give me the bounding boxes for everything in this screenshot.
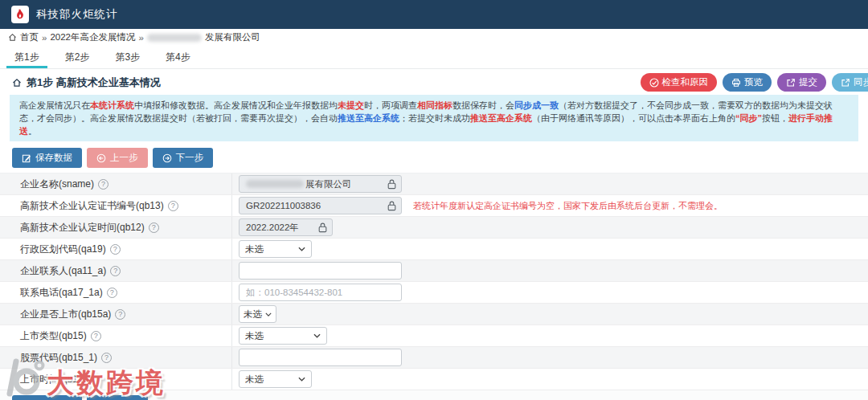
tab-step-1[interactable]: 第1步 [13, 46, 41, 68]
page-title: 第1步 高新技术企业基本情况 [12, 76, 161, 90]
help-icon[interactable]: ? [91, 331, 101, 341]
form-row-contact: 企业联系人(qa11_a) ? [0, 260, 868, 282]
form-row-is-listed: 企业是否上市(qb15a) ? 未选 [0, 304, 868, 325]
field-label: 高新技术企业认定时间(qb12) [20, 221, 145, 235]
sync-notice: 高企发展情况只在本统计系统中填报和修改数据。高企发展情况和企业年报数据均未提交时… [10, 95, 858, 141]
help-icon[interactable]: ? [149, 222, 159, 233]
top-toolbar: 保存数据 上一步 下一步 [0, 141, 868, 173]
chevron-down-icon [298, 377, 305, 382]
breadcrumb-survey[interactable]: 2022年高企发展情况 [50, 31, 135, 43]
listing-type-select[interactable]: 未选 [239, 327, 327, 345]
breadcrumb-separator: » [42, 33, 47, 43]
arrow-left-circle-icon [96, 153, 106, 163]
contact-person-input[interactable] [239, 262, 402, 280]
field-label: 股票代码(qb15_1) [20, 351, 97, 365]
form-row-region-code: 行政区划代码(qa19) ? 未选 [0, 239, 868, 260]
breadcrumb-home[interactable]: 首页 [20, 31, 39, 43]
form-row-phone: 联系电话(qa17_1a) ? [0, 282, 868, 304]
field-label: 高新技术企业认定证书编号(qb13) [20, 199, 164, 213]
printer-icon [731, 78, 741, 88]
help-icon[interactable]: ? [115, 309, 125, 320]
field-label: 行政区划代码(qa19) [20, 243, 106, 256]
redacted-company-name [246, 180, 304, 188]
bottom-toolbar: 保存数据 下一步 [0, 390, 868, 400]
tab-step-2[interactable]: 第2步 [63, 46, 92, 68]
help-icon[interactable]: ? [168, 201, 178, 211]
basic-info-form: 企业名称(sname) ? 展有限公司 高新技术企业认定证书编号(qb13) ?… [0, 173, 868, 390]
chevron-down-icon [265, 312, 272, 316]
certify-time-field: 2022.2022年 [239, 218, 333, 236]
company-name-field: 展有限公司 [239, 175, 402, 193]
form-row-listing-time: 上市时间(qb15_2) 未选 [0, 369, 868, 390]
sync-button[interactable]: 同步 [832, 73, 868, 92]
app-title: 科技部火炬统计 [36, 7, 118, 22]
breadcrumb-separator: » [139, 33, 144, 43]
help-icon[interactable]: ? [98, 179, 108, 190]
home-icon [8, 33, 17, 42]
form-row-listing-type: 上市类型(qb15) ? 未选 [0, 325, 868, 347]
form-row-certificate-no: 高新技术企业认定证书编号(qb13) ? GR202211003836 若统计年… [0, 195, 868, 217]
lock-icon [318, 222, 327, 235]
preview-button[interactable]: 预览 [723, 73, 772, 92]
redacted-company-name [147, 34, 202, 42]
certificate-note: 若统计年度新认定高企证书编号为空，国家下发后由系统后台更新，不需理会。 [413, 200, 723, 212]
chevron-down-icon [313, 333, 321, 338]
field-label: 上市类型(qb15) [20, 329, 87, 343]
tab-step-4[interactable]: 第4步 [164, 46, 192, 68]
save-data-button-bottom[interactable]: 保存数据 [12, 395, 82, 400]
phone-input[interactable] [239, 284, 402, 301]
check-reason-button[interactable]: 检查和原因 [641, 73, 718, 92]
form-row-company-name: 企业名称(sname) ? 展有限公司 [0, 173, 868, 195]
field-label: 上市时间(qb15_2) [20, 373, 97, 386]
certificate-no-field: GR202211003836 [239, 197, 402, 214]
next-step-button-bottom[interactable]: 下一步 [87, 395, 148, 400]
tab-step-3[interactable]: 第3步 [113, 46, 141, 68]
next-step-button[interactable]: 下一步 [153, 148, 214, 168]
help-icon[interactable]: ? [110, 244, 121, 255]
help-icon[interactable]: ? [107, 288, 117, 298]
page: 科技部火炬统计 首页 » 2022年高企发展情况 » 发展有限公司 第1步 第2… [0, 0, 868, 400]
field-label: 联系电话(qa17_1a) [20, 286, 103, 300]
external-link-icon [786, 78, 796, 88]
breadcrumb-company: 发展有限公司 [205, 31, 260, 43]
breadcrumb: 首页 » 2022年高企发展情况 » 发展有限公司 [0, 29, 868, 46]
save-data-button[interactable]: 保存数据 [12, 148, 82, 168]
edit-square-icon [22, 153, 31, 163]
help-icon[interactable]: ? [101, 353, 112, 363]
form-row-certify-time: 高新技术企业认定时间(qb12) ? 2022.2022年 [0, 217, 868, 239]
submit-button[interactable]: 提交 [777, 73, 826, 92]
field-label: 企业是否上市(qb15a) [20, 308, 111, 321]
is-listed-select[interactable]: 未选 [239, 305, 276, 323]
prev-step-button[interactable]: 上一步 [87, 148, 148, 168]
stock-code-input[interactable] [239, 349, 402, 366]
listing-time-select[interactable]: 未选 [239, 370, 312, 388]
lock-icon [387, 201, 396, 213]
external-link-icon [841, 78, 850, 88]
field-label: 企业名称(sname) [20, 178, 94, 191]
form-row-stock-code: 股票代码(qb15_1) ? [0, 347, 868, 369]
step-tabs: 第1步 第2步 第3步 第4步 [0, 46, 868, 69]
arrow-right-circle-icon [162, 153, 172, 163]
torch-logo-icon [11, 6, 29, 23]
check-circle-icon [649, 78, 659, 88]
help-icon[interactable]: ? [110, 266, 121, 276]
field-label: 企业联系人(qa11_a) [20, 264, 106, 278]
region-code-select[interactable]: 未选 [239, 240, 312, 258]
app-header: 科技部火炬统计 [0, 0, 868, 29]
header-action-buttons: 检查和原因 预览 提交 同步 [641, 73, 868, 92]
lock-icon [387, 179, 396, 191]
home-icon [12, 78, 22, 88]
section-header: 第1步 高新技术企业基本情况 检查和原因 预览 提交 同步 [0, 69, 868, 93]
chevron-down-icon [298, 247, 305, 251]
